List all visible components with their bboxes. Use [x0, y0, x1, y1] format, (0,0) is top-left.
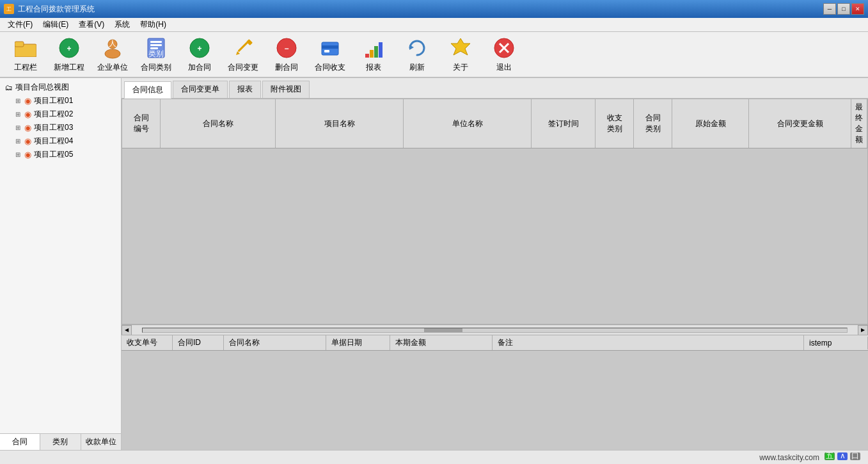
svg-point-5 — [105, 49, 120, 58]
sidebar-tab-contract[interactable]: 合同 — [0, 434, 40, 450]
svg-text:五: 五 — [826, 451, 833, 460]
menu-system[interactable]: 系统 — [109, 18, 135, 31]
menu-file[interactable]: 文件(F) — [3, 18, 38, 31]
toolbar-gongchenglan-button[interactable]: 工程栏 — [5, 35, 46, 74]
title-bar: 工 工程合同拨款管理系统 ─ □ ✕ — [0, 0, 868, 18]
main-area: 🗂 项目合同总视图 ⊞ ◉ 项目工程01 ⊞ ◉ 项目工程02 ⊞ ◉ 项目工程… — [0, 78, 868, 450]
svg-marker-27 — [451, 38, 470, 55]
svg-text:+: + — [67, 44, 71, 53]
bth-receipt-no: 收支单号 — [122, 335, 173, 350]
contract-type-icon: 类别 — [145, 36, 168, 60]
toolbar-contract-type-button[interactable]: 类别 合同类别 — [136, 35, 177, 74]
sidebar: 🗂 项目合同总视图 ⊞ ◉ 项目工程01 ⊞ ◉ 项目工程02 ⊞ ◉ 项目工程… — [0, 78, 122, 450]
svg-rect-16 — [246, 39, 253, 45]
svg-text:人: 人 — [109, 39, 116, 48]
svg-rect-1 — [15, 42, 24, 47]
h-scrollbar[interactable]: ◀ ▶ — [122, 324, 868, 335]
tab-contract-change[interactable]: 合同变更单 — [173, 81, 228, 98]
tree-item-3[interactable]: ⊞ ◉ 项目工程04 — [13, 134, 118, 148]
status-right: www.taskcity.com 五 ∧ 口 — [759, 451, 863, 464]
scroll-track[interactable] — [142, 328, 848, 333]
svg-rect-22 — [365, 54, 369, 58]
bth-period-amount: 本期金额 — [390, 335, 493, 350]
scroll-right-arrow[interactable]: ▶ — [858, 325, 868, 335]
tree-item-label-0: 项目工程01 — [34, 95, 73, 106]
rss-icon-4: ◉ — [24, 150, 31, 159]
svg-marker-15 — [236, 51, 240, 55]
tree-item-0[interactable]: ⊞ ◉ 项目工程01 — [13, 94, 118, 108]
svg-rect-25 — [379, 42, 383, 58]
toolbar-report-label: 报表 — [366, 62, 381, 73]
watermark-text: www.taskcity.com — [759, 453, 819, 462]
toolbar-exit-button[interactable]: 退出 — [484, 35, 525, 74]
toolbar-about-button[interactable]: 关于 — [440, 35, 481, 74]
sidebar-tab-type[interactable]: 类别 — [40, 434, 81, 450]
toolbar-company-button[interactable]: 人 企业单位 — [92, 35, 133, 74]
tree-toggle-2: ⊞ — [15, 124, 22, 131]
bottom-table-header: 收支单号 合同ID 合同名称 单据日期 本期金额 备注 istemp — [122, 335, 868, 351]
toolbar-add-project-button[interactable]: + 新增工程 — [49, 35, 90, 74]
app-icon: 工 — [4, 4, 14, 14]
bth-contract-name: 合同名称 — [224, 335, 326, 350]
tree-item-1[interactable]: ⊞ ◉ 项目工程02 — [13, 108, 118, 121]
th-contract-name: 合同名称 — [161, 99, 276, 148]
scroll-thumb[interactable] — [424, 328, 462, 332]
payment-icon — [319, 36, 342, 60]
toolbar-add-contract-button[interactable]: + 加合同 — [179, 35, 220, 74]
bth-remark: 备注 — [493, 335, 804, 350]
scroll-left-arrow[interactable]: ◀ — [122, 325, 132, 335]
toolbar-contract-change-button[interactable]: 合同变更 — [223, 35, 264, 74]
sidebar-tree: 🗂 项目合同总视图 ⊞ ◉ 项目工程01 ⊞ ◉ 项目工程02 ⊞ ◉ 项目工程… — [0, 78, 121, 433]
bth-contract-id: 合同ID — [173, 335, 224, 350]
rss-icon-3: ◉ — [24, 136, 31, 146]
svg-rect-21 — [324, 50, 329, 52]
add-contract-icon: + — [188, 36, 211, 60]
delete-contract-icon: − — [275, 36, 298, 60]
toolbar-delete-contract-button[interactable]: − 删合同 — [266, 35, 307, 74]
tree-toggle-3: ⊞ — [15, 138, 22, 145]
top-table-body — [122, 148, 867, 324]
tree-toggle-0: ⊞ — [15, 97, 22, 104]
tab-contract-info[interactable]: 合同信息 — [124, 81, 171, 99]
toolbar-refresh-button[interactable]: 刷新 — [397, 35, 438, 74]
bottom-table-body — [122, 351, 868, 450]
content-area: 合同信息 合同变更单 报表 附件视图 合同编号 合同名称 项目名称 单位名称 签… — [122, 78, 868, 450]
toolbar-add-contract-label: 加合同 — [188, 62, 211, 73]
close-button[interactable]: ✕ — [851, 3, 864, 15]
tab-report[interactable]: 报表 — [229, 81, 261, 98]
company-icon: 人 — [101, 36, 124, 60]
th-final-amount: 最终金额 — [851, 99, 867, 148]
minimize-button[interactable]: ─ — [823, 3, 836, 15]
folder-icon-root: 🗂 — [5, 83, 13, 92]
toolbar-delete-contract-label: 删合同 — [275, 62, 298, 73]
th-project-name: 项目名称 — [276, 99, 404, 148]
svg-text:−: − — [284, 44, 288, 53]
maximize-button[interactable]: □ — [837, 3, 850, 15]
svg-rect-20 — [322, 45, 338, 49]
toolbar-gongchenglan-label: 工程栏 — [14, 62, 37, 73]
top-table-header: 合同编号 合同名称 项目名称 单位名称 签订时间 收支类别 合同类别 原始金额 … — [122, 99, 867, 148]
toolbar-contract-type-label: 合同类别 — [141, 62, 171, 73]
tree-root-label: 项目合同总视图 — [15, 82, 69, 93]
tree-item-2[interactable]: ⊞ ◉ 项目工程03 — [13, 121, 118, 134]
tree-root[interactable]: 🗂 项目合同总视图 — [3, 81, 118, 94]
menu-view[interactable]: 查看(V) — [74, 18, 109, 31]
tree-toggle-1: ⊞ — [15, 111, 22, 118]
bth-doc-date: 单据日期 — [326, 335, 390, 350]
sidebar-tabs: 合同 类别 收款单位 — [0, 433, 121, 450]
tree-item-4[interactable]: ⊞ ◉ 项目工程05 — [13, 148, 118, 161]
menu-bar: 文件(F) 编辑(E) 查看(V) 系统 帮助(H) — [0, 18, 868, 32]
toolbar-add-project-label: 新增工程 — [54, 62, 84, 73]
top-table: 合同编号 合同名称 项目名称 单位名称 签订时间 收支类别 合同类别 原始金额 … — [122, 99, 868, 324]
menu-help[interactable]: 帮助(H) — [135, 18, 171, 31]
menu-edit[interactable]: 编辑(E) — [38, 18, 74, 31]
title-bar-left: 工 工程合同拨款管理系统 — [4, 4, 95, 15]
title-bar-controls[interactable]: ─ □ ✕ — [823, 3, 864, 15]
toolbar-payment-button[interactable]: 合同收支 — [310, 35, 351, 74]
svg-rect-23 — [370, 50, 374, 58]
svg-rect-14 — [238, 42, 248, 52]
toolbar-report-button[interactable]: 报表 — [353, 35, 394, 74]
tab-attachment[interactable]: 附件视图 — [262, 81, 310, 98]
th-sign-time: 签订时间 — [532, 99, 596, 148]
sidebar-tab-payee[interactable]: 收款单位 — [81, 434, 121, 450]
